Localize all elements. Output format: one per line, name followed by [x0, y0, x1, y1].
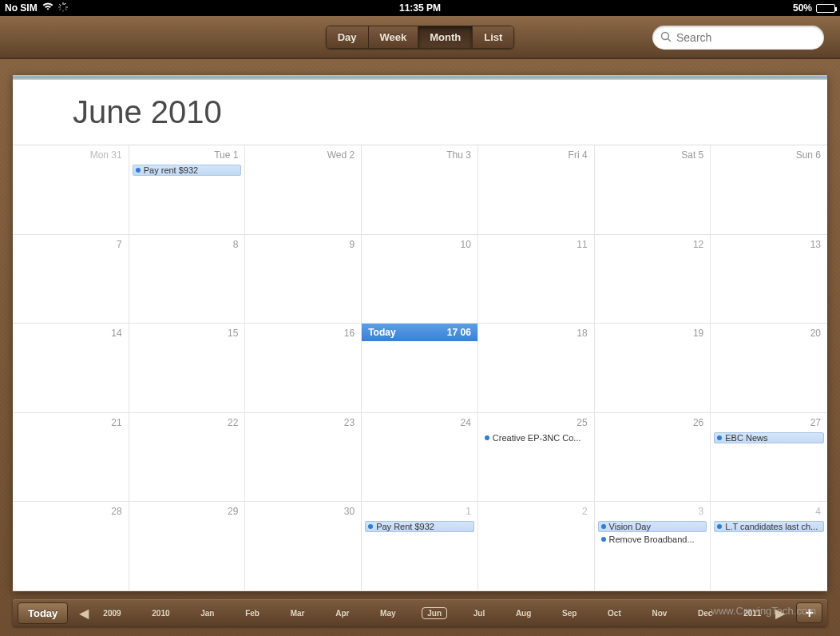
day-cell[interactable]: 11	[478, 235, 595, 324]
day-cell[interactable]: 14	[13, 324, 129, 413]
timeline-item[interactable]: Aug	[511, 607, 536, 619]
calendar-event[interactable]: Remove Broadband...	[598, 534, 707, 545]
day-cell[interactable]: Mon 31	[13, 145, 129, 235]
search-input[interactable]	[676, 31, 816, 44]
day-cell[interactable]: 29	[129, 502, 246, 591]
timeline-item[interactable]: Oct	[603, 607, 626, 619]
calendar-event[interactable]: Pay Rent $932	[365, 521, 474, 532]
search-box[interactable]	[652, 26, 824, 50]
prev-arrow-icon[interactable]: ◀	[73, 606, 95, 621]
day-cell[interactable]: 30	[245, 502, 362, 591]
day-header: 3	[595, 502, 711, 519]
day-header: Tue 1	[129, 145, 245, 163]
calendar-event[interactable]: EBC News	[714, 432, 824, 443]
timeline-item[interactable]: Nov	[647, 607, 672, 619]
calendar-event[interactable]: Creative EP-3NC Co...	[481, 432, 591, 443]
day-cell[interactable]: Sat 5	[595, 145, 711, 235]
view-tab-day[interactable]: Day	[327, 26, 369, 48]
timeline-item[interactable]: Jan	[196, 607, 219, 619]
timeline-item[interactable]: 2009	[98, 607, 125, 619]
add-event-button[interactable]: +	[796, 602, 822, 623]
timeline-item[interactable]: 2010	[147, 607, 174, 619]
day-header: 30	[245, 502, 361, 519]
day-cell[interactable]: 16	[245, 324, 362, 413]
day-cell[interactable]: 8	[129, 235, 246, 324]
day-cell[interactable]: 9	[245, 235, 362, 324]
calendar-app: DayWeekMonthList June 2010 Mon 31Tue 1Pa…	[0, 16, 840, 636]
timeline-item[interactable]: Jun	[422, 607, 447, 619]
calendar-event[interactable]: Pay rent $932	[133, 165, 242, 176]
day-header: 21	[13, 413, 129, 431]
day-cell[interactable]: Thu 3	[362, 145, 478, 235]
timeline-item[interactable]: Dec	[693, 607, 717, 619]
month-title: June 2010	[13, 80, 827, 145]
svg-rect-0	[62, 2, 63, 5]
day-header: Today17 06	[362, 324, 477, 341]
today-label: Today	[368, 327, 395, 338]
day-header: Sun 6	[711, 145, 827, 163]
svg-rect-4	[59, 3, 61, 6]
day-cell[interactable]: 20	[711, 324, 827, 413]
svg-rect-5	[65, 8, 67, 10]
day-cell[interactable]: 13	[711, 235, 827, 324]
calendar-event[interactable]: Vision Day	[598, 521, 707, 532]
bottom-toolbar: Today ◀ 20092010JanFebMarAprMayJunJulAug…	[13, 599, 827, 626]
timeline-item[interactable]: Mar	[286, 607, 310, 619]
day-header: 11	[478, 235, 594, 252]
day-cell[interactable]: 1Pay Rent $932	[362, 502, 478, 591]
calendar-event[interactable]: L.T candidates last ch...	[714, 521, 824, 532]
day-cell[interactable]: 15	[129, 324, 246, 413]
today-button[interactable]: Today	[18, 602, 68, 624]
today-date: 17 06	[447, 327, 471, 338]
day-cell[interactable]: 24	[362, 413, 478, 503]
day-cell[interactable]: 12	[595, 235, 711, 324]
day-cell[interactable]: 19	[595, 324, 711, 413]
event-dot-icon	[717, 435, 722, 440]
timeline-item[interactable]: 2011	[739, 607, 766, 619]
day-cell[interactable]: 2	[478, 502, 595, 591]
day-cell[interactable]: Sun 6	[711, 145, 827, 235]
svg-point-8	[662, 32, 669, 39]
timeline-item[interactable]: Feb	[240, 607, 264, 619]
day-cell[interactable]: Tue 1Pay rent $932	[129, 145, 246, 235]
day-cell[interactable]: Fri 4	[478, 145, 595, 235]
event-title: Pay Rent $932	[376, 522, 434, 531]
next-arrow-icon[interactable]: ▶	[769, 606, 791, 621]
day-cell[interactable]: 27EBC News	[711, 413, 827, 503]
day-cell[interactable]: 3Vision DayRemove Broadband...	[595, 502, 711, 591]
svg-line-9	[668, 38, 672, 42]
day-header: 8	[129, 235, 245, 252]
day-header: 28	[13, 502, 129, 519]
day-header: 19	[595, 324, 711, 341]
view-tab-month[interactable]: Month	[418, 26, 473, 48]
day-cell[interactable]: 22	[129, 413, 246, 503]
day-cell[interactable]: 4L.T candidates last ch...	[711, 502, 827, 591]
day-cell[interactable]: 7	[13, 235, 129, 324]
day-cell[interactable]: 21	[13, 413, 129, 503]
svg-rect-6	[64, 2, 66, 5]
day-cell[interactable]: Today17 06	[362, 324, 478, 413]
day-header: 2	[478, 502, 594, 519]
day-cell[interactable]: Wed 2	[245, 145, 362, 235]
day-cell[interactable]: 28	[13, 502, 129, 591]
timeline-item[interactable]: Apr	[331, 607, 354, 619]
day-header: 23	[245, 413, 361, 431]
svg-rect-2	[58, 6, 61, 7]
day-cell[interactable]: 26	[595, 413, 711, 503]
day-header: 24	[362, 413, 477, 431]
day-cell[interactable]: 23	[245, 413, 362, 503]
timeline-item[interactable]: Jul	[469, 607, 489, 619]
view-tab-list[interactable]: List	[473, 26, 513, 48]
timeline-item[interactable]: May	[375, 607, 400, 619]
svg-rect-1	[62, 10, 63, 12]
day-header: 14	[13, 324, 129, 341]
day-cell[interactable]: 25Creative EP-3NC Co...	[478, 413, 595, 503]
battery-icon	[816, 4, 835, 13]
day-cell[interactable]: 10	[362, 235, 478, 324]
day-header: 25	[478, 413, 594, 431]
view-tab-week[interactable]: Week	[369, 26, 419, 48]
timeline-item[interactable]: Sep	[557, 607, 581, 619]
day-header: 1	[362, 502, 477, 519]
timeline-scrubber[interactable]: 20092010JanFebMarAprMayJunJulAugSepOctNo…	[95, 607, 769, 619]
day-cell[interactable]: 18	[478, 324, 595, 413]
